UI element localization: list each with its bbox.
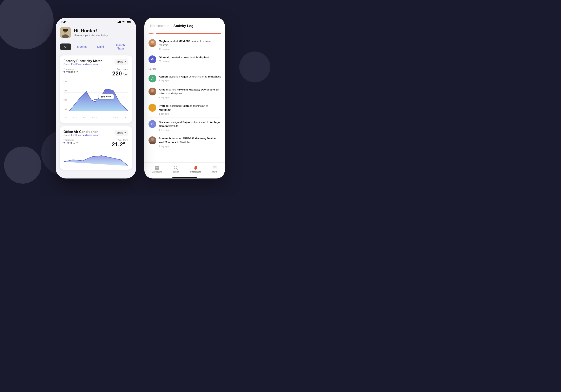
notif-message-darshan: Darshan, assigned Rajan as techincian to… (159, 120, 221, 128)
notif-avatar-darshan: D (149, 120, 156, 128)
nav-dashboard-label: Dashboard (152, 171, 162, 173)
filter-tab-all[interactable]: All (60, 43, 71, 50)
status-time: 9:41 (61, 20, 67, 24)
nav-notifications[interactable]: Notifications (190, 165, 201, 173)
svg-point-35 (196, 166, 197, 167)
svg-rect-0 (118, 22, 118, 23)
amit-avatar-image (149, 88, 156, 95)
wifi-icon (122, 21, 125, 23)
card2-param-dot (64, 142, 65, 144)
filter-tab-delhi[interactable]: Delhi (93, 43, 108, 50)
chart-label-0: 7/12 (64, 116, 67, 119)
avatar (60, 27, 71, 38)
new-divider (156, 33, 221, 34)
notif-text-darshan: Darshan, assigned Rajan as techincian to… (159, 120, 221, 131)
sumeedh-avatar-image (149, 136, 156, 144)
notif-message-amit: Amit Imported MFM-383 Gateway Device and… (159, 88, 221, 96)
nav-dashboard[interactable]: Dashboard (152, 165, 162, 173)
card2-title: Office Air Conditioner (64, 130, 100, 134)
card2-param-select[interactable]: Temp... (64, 141, 78, 144)
svg-rect-31 (157, 168, 159, 170)
svg-rect-1 (119, 22, 119, 23)
notif-avatar-amit (149, 88, 156, 95)
notif-avatar-sumeedh (149, 136, 156, 144)
param-chevron-icon (76, 71, 78, 72)
bottom-nav: Dashboard Search Notifications (144, 162, 225, 175)
param-dot (64, 71, 65, 72)
phone-content: Hi, Hunter! Here are your stats for toda… (56, 25, 136, 178)
nav-menu[interactable]: Menu (212, 165, 217, 173)
card2-period-label: Daily (117, 131, 123, 134)
notif-item-amit: Amit Imported MFM-383 Gateway Device and… (149, 85, 221, 101)
ac-card: Office Air Conditioner Space: First Floo… (60, 126, 132, 170)
svg-rect-2 (119, 21, 120, 23)
electricity-meter-card: Factory Electricity Meter Space: First F… (60, 55, 132, 123)
svg-rect-30 (155, 168, 157, 170)
card2-space: Space: First Floor, Multiplast factory (64, 134, 100, 136)
card2-title-section: Office Air Conditioner Space: First Floo… (64, 130, 100, 136)
card-header: Factory Electricity Meter Space: First F… (64, 59, 128, 65)
svg-text:300: 300 (64, 89, 67, 92)
card-title: Factory Electricity Meter (64, 59, 102, 63)
chart-label-1: 8/12 (73, 116, 77, 119)
card2-chart (64, 149, 128, 166)
chart-labels: 7/12 8/12 9/12 10/12 11/12 12/12 13/12 (64, 116, 128, 119)
svg-point-34 (195, 169, 196, 170)
notif-avatar-ashish: A (149, 75, 156, 83)
bg-decoration-2 (4, 146, 41, 184)
tab-activity-log[interactable]: Activity Log (173, 24, 194, 29)
svg-rect-5 (127, 21, 130, 23)
filter-tab-mumbai[interactable]: Mumbai (73, 43, 92, 50)
signal-icon (118, 21, 121, 23)
nav-search[interactable]: Search (173, 165, 179, 173)
filter-tab-gandhinagar[interactable]: Gandhi Nagar (109, 42, 132, 52)
card2-param-section: Parameter Temp... (64, 139, 78, 148)
status-bar: 9:41 (56, 18, 136, 25)
card2-chart-svg (64, 149, 128, 166)
svg-text:400: 400 (64, 80, 67, 83)
card-space-prefix: Space: (64, 63, 71, 65)
notif-text-prateek: Prateek, assigned Rajan as techincian to… (159, 104, 221, 115)
bg-decoration-1 (0, 0, 54, 50)
notif-message-prateek: Prateek, assigned Rajan as techincian to… (159, 104, 221, 112)
card-space-link[interactable]: First Floor, Multiplast factory (71, 63, 100, 65)
chart-container: 400 300 200 100 (64, 79, 128, 116)
notif-message-sumeedh: Sumeedh Imported MFM-383 Gateway Device … (159, 136, 221, 144)
menu-icon (212, 165, 217, 170)
chart-label-5: 12/12 (113, 116, 118, 119)
period-button[interactable]: Daily (114, 59, 128, 65)
status-icons (118, 21, 131, 23)
avg-unit: Volt (124, 73, 128, 76)
tab-notifications[interactable]: Notifications (150, 24, 169, 29)
card2-period-button[interactable]: Daily (114, 130, 128, 136)
home-indicator (172, 177, 197, 178)
notif-item-prateek: P Prateek, assigned Rajan as techincian … (149, 101, 221, 118)
notif-avatar-letter-gitanjali: G (151, 58, 154, 61)
notif-time-meghna: 13 min ago (159, 48, 221, 50)
card2-space-link[interactable]: First Floor, Multiplast factory (71, 134, 100, 136)
dashboard-icon (155, 165, 159, 170)
notif-item-gitanjali: G Gitanjali, created a new client, Multi… (149, 53, 221, 66)
chevron-down-icon (124, 61, 126, 62)
notif-message-meghna: Meghna, added MFM-383 device, to device … (159, 39, 221, 47)
param-select[interactable]: Voltage (64, 70, 78, 73)
new-section-label: New (149, 32, 221, 35)
avg-number: 220 (112, 70, 122, 77)
card2-avg-section: Avg. Temp 21.2° c (112, 139, 128, 148)
notif-item-sumeedh: Sumeedh Imported MFM-383 Gateway Device … (149, 134, 221, 150)
notif-time-amit: 1 day ago (159, 96, 221, 99)
card2-avg-unit: c (127, 144, 128, 147)
chart-label-2: 9/12 (83, 116, 86, 119)
notif-avatar-gitanjali: G (149, 55, 156, 63)
earlier-label-text: Earlier (149, 68, 156, 71)
earlier-divider (158, 69, 221, 69)
card2-header: Office Air Conditioner Space: First Floo… (64, 130, 128, 136)
chart-label-4: 11/12 (103, 116, 107, 119)
svg-text:100: 100 (64, 108, 67, 111)
notif-time-gitanjali: 30 min ago (159, 60, 221, 62)
notif-item-ashish: A Ashish, assigned Rajan as techincian t… (149, 72, 221, 85)
chart-data-point (94, 99, 96, 102)
period-label: Daily (117, 60, 123, 63)
earlier-section-label: Earlier (149, 68, 221, 71)
avg-label: Avg. Usage (112, 68, 128, 70)
